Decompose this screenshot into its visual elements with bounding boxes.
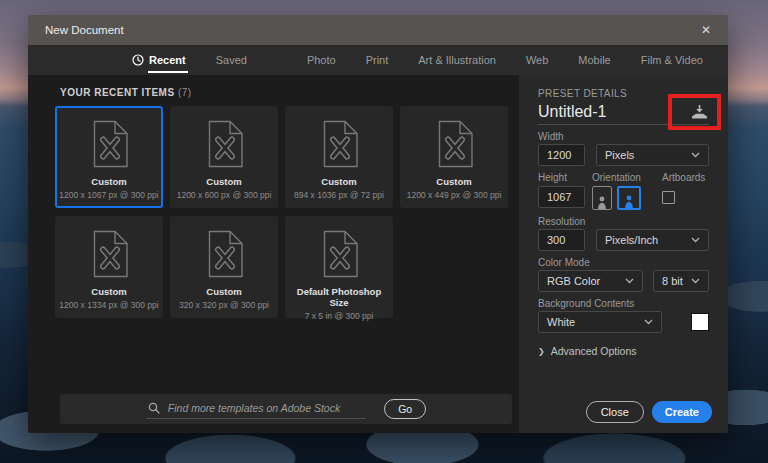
resolution-unit-dropdown[interactable]: Pixels/Inch [596, 229, 709, 251]
tab-web[interactable]: Web [526, 45, 548, 75]
bit-depth-dropdown[interactable]: 8 bit [653, 270, 709, 292]
item-dimensions: 7 x 5 in @ 300 ppi [305, 311, 374, 321]
resolution-label: Resolution [538, 217, 709, 227]
item-dimensions: 1200 x 449 px @ 300 ppi [407, 190, 502, 200]
item-name: Custom [206, 176, 241, 187]
chevron-down-icon [625, 278, 634, 284]
recent-items-count: (7) [178, 87, 192, 98]
tab-film-video[interactable]: Film & Video [641, 45, 703, 75]
go-button[interactable]: Go [384, 399, 426, 419]
tab-mobile[interactable]: Mobile [578, 45, 610, 75]
artboards-label: Artboards [662, 173, 705, 183]
adobe-stock-searchbar: Find more templates on Adobe Stock Go [60, 394, 512, 424]
dialog-title: New Document [45, 24, 124, 36]
custom-document-icon [89, 230, 129, 278]
item-dimensions: 320 x 320 px @ 300 ppi [179, 300, 269, 310]
dialog-body: YOUR RECENT ITEMS (7) Custom 1200 x 106 [28, 75, 728, 433]
custom-document-icon [204, 230, 244, 278]
tab-label: Art & Illustration [418, 45, 496, 75]
search-placeholder: Find more templates on Adobe Stock [168, 402, 340, 414]
document-name-input[interactable]: Untitled-1 [538, 103, 606, 121]
recent-items-section: YOUR RECENT ITEMS (7) Custom 1200 x 106 [28, 75, 519, 433]
height-label: Height [538, 173, 592, 183]
background-color-swatch[interactable] [691, 313, 709, 331]
width-unit-dropdown[interactable]: Pixels [596, 144, 709, 166]
artboards-checkbox[interactable] [662, 191, 675, 204]
category-tabbar: Recent Saved Photo Print Art & Illustrat… [28, 45, 728, 75]
tab-label: Web [526, 45, 548, 75]
background-contents-dropdown[interactable]: White [538, 311, 662, 333]
tab-label: Mobile [578, 45, 610, 75]
desktop-background: New Document ✕ Recent Saved Photo Print [0, 0, 768, 463]
recent-items-heading: YOUR RECENT ITEMS (7) [60, 87, 519, 98]
item-name: Custom [321, 176, 356, 187]
color-mode-dropdown[interactable]: RGB Color [538, 270, 643, 292]
item-dimensions: 1200 x 1067 px @ 300 ppi [59, 190, 158, 200]
create-button[interactable]: Create [652, 401, 712, 423]
orientation-landscape-icon[interactable] [617, 186, 641, 210]
chevron-down-icon [644, 319, 653, 325]
recent-item-card[interactable]: Custom 1200 x 1334 px @ 300 ppi [55, 216, 163, 318]
background-contents-label: Background Contents [538, 299, 709, 309]
orientation-label: Orientation [592, 173, 662, 183]
recent-item-card[interactable]: Custom 1200 x 600 px @ 300 ppi [170, 106, 278, 208]
stock-search-input[interactable]: Find more templates on Adobe Stock [146, 400, 366, 419]
dialog-titlebar: New Document ✕ [28, 15, 728, 45]
chevron-right-icon: ❯ [538, 347, 545, 356]
tab-print[interactable]: Print [366, 45, 389, 75]
new-document-dialog: New Document ✕ Recent Saved Photo Print [28, 15, 728, 433]
tab-label: Photo [307, 45, 336, 75]
search-icon [148, 402, 160, 414]
tab-label: Recent [149, 45, 186, 75]
item-name: Custom [436, 176, 471, 187]
clock-icon [132, 54, 144, 66]
item-name: Custom [206, 286, 241, 297]
recent-item-card[interactable]: Custom 1200 x 1067 px @ 300 ppi [55, 106, 163, 208]
recent-item-card[interactable]: Custom 1200 x 449 px @ 300 ppi [400, 106, 508, 208]
tab-art-illustration[interactable]: Art & Illustration [418, 45, 496, 75]
height-input[interactable]: 1067 [538, 186, 585, 208]
recent-item-card[interactable]: Custom 320 x 320 px @ 300 ppi [170, 216, 278, 318]
item-dimensions: 894 x 1036 px @ 72 ppi [294, 190, 384, 200]
chevron-down-icon [691, 152, 700, 158]
tab-saved[interactable]: Saved [216, 45, 247, 75]
item-name: Default Photoshop Size [287, 286, 391, 308]
color-mode-label: Color Mode [538, 258, 709, 268]
chevron-down-icon [691, 237, 700, 243]
custom-document-icon [434, 120, 474, 168]
recent-item-card[interactable]: Custom 894 x 1036 px @ 72 ppi [285, 106, 393, 208]
tab-label: Saved [216, 45, 247, 75]
advanced-options-toggle[interactable]: ❯ Advanced Options [538, 345, 709, 357]
close-icon[interactable]: ✕ [701, 24, 711, 36]
orientation-portrait-icon[interactable] [592, 186, 612, 210]
annotation-highlight-box [668, 94, 721, 130]
custom-document-icon [319, 230, 359, 278]
tab-photo[interactable]: Photo [307, 45, 336, 75]
item-name: Custom [91, 286, 126, 297]
tab-label: Print [366, 45, 389, 75]
custom-document-icon [89, 120, 129, 168]
chevron-down-icon [691, 278, 700, 284]
recent-item-card[interactable]: Default Photoshop Size 7 x 5 in @ 300 pp… [285, 216, 393, 318]
tab-recent[interactable]: Recent [132, 45, 186, 75]
item-name: Custom [91, 176, 126, 187]
width-input[interactable]: 1200 [538, 144, 585, 166]
item-dimensions: 1200 x 1334 px @ 300 ppi [59, 300, 158, 310]
tab-label: Film & Video [641, 45, 703, 75]
resolution-input[interactable]: 300 [538, 229, 585, 251]
recent-items-grid: Custom 1200 x 1067 px @ 300 ppi Custom 1… [55, 106, 519, 318]
custom-document-icon [319, 120, 359, 168]
item-dimensions: 1200 x 600 px @ 300 ppi [177, 190, 272, 200]
custom-document-icon [204, 120, 244, 168]
width-label: Width [538, 132, 709, 142]
close-button[interactable]: Close [586, 401, 644, 423]
